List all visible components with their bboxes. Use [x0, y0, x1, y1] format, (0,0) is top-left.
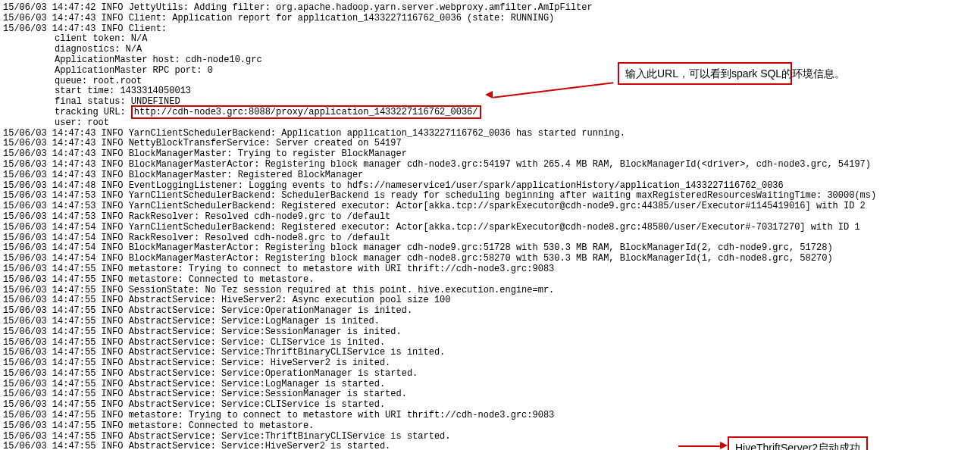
log-line: 15/06/03 14:47:55 INFO SessionState: No … [3, 286, 977, 296]
log-line: 15/06/03 14:47:53 INFO RackResolver: Res… [3, 212, 977, 223]
log-line: 15/06/03 14:47:55 INFO AbstractService: … [3, 369, 977, 380]
log-line: 15/06/03 14:47:43 INFO Client: Applicati… [3, 14, 977, 24]
log-line: 15/06/03 14:47:55 INFO AbstractService: … [3, 389, 977, 400]
log-line: 15/06/03 14:47:54 INFO BlockManagerMaste… [3, 254, 977, 264]
log-line: 15/06/03 14:47:55 INFO metastore: Connec… [3, 275, 977, 286]
log-line: 15/06/03 14:47:55 INFO AbstractService: … [3, 327, 977, 338]
log-line: 15/06/03 14:47:43 INFO BlockManagerMaste… [3, 160, 977, 170]
arrow-head-url [485, 91, 493, 98]
log-line: 15/06/03 14:47:55 INFO AbstractService: … [3, 358, 977, 369]
log-text: tracking URL: [55, 107, 131, 117]
log-line: 15/06/03 14:47:42 INFO JettyUtils: Addin… [3, 3, 977, 14]
log-line: 15/06/03 14:47:55 INFO AbstractService: … [3, 317, 977, 327]
log-line: 15/06/03 14:47:55 INFO metastore: Trying… [3, 411, 977, 421]
log-line: 15/06/03 14:47:55 INFO AbstractService: … [3, 380, 977, 390]
log-line: 15/06/03 14:47:55 INFO AbstractService: … [3, 348, 977, 358]
log-line: 15/06/03 14:47:55 INFO metastore: Connec… [3, 421, 977, 432]
url-annotation-text: 输入此URL，可以看到spark SQL的环境信息。 [625, 67, 845, 80]
log-line: 15/06/03 14:47:43 INFO NettyBlockTransfe… [3, 139, 977, 149]
log-line: 15/06/03 14:47:55 INFO AbstractService: … [3, 295, 977, 306]
log-line: 15/06/03 14:47:53 INFO YarnClientSchedul… [3, 191, 977, 202]
log-line: 15/06/03 14:47:55 INFO AbstractService: … [3, 400, 977, 411]
log-line: 15/06/03 14:47:43 INFO Client: [3, 24, 977, 35]
highlighted-text: http://cdh-node3.grc:8088/proxy/applicat… [131, 105, 481, 119]
log-line: ApplicationMaster host: cdh-node10.grc [3, 55, 977, 66]
server-annotation-text: HiveThriftServer2启动成功 [735, 442, 860, 450]
arrow-head-server [720, 442, 728, 449]
log-line: diagnostics: N/A [3, 45, 977, 55]
log-line: 15/06/03 14:47:55 INFO metastore: Trying… [3, 264, 977, 275]
log-line: 15/06/03 14:47:55 INFO AbstractService: … [3, 306, 977, 317]
log-line: 15/06/03 14:47:43 INFO YarnClientSchedul… [3, 129, 977, 139]
log-line: 15/06/03 14:47:53 INFO YarnClientSchedul… [3, 202, 977, 212]
server-annotation: HiveThriftServer2启动成功 [728, 436, 868, 450]
log-line: 15/06/03 14:47:54 INFO RackResolver: Res… [3, 233, 977, 244]
url-annotation: 输入此URL，可以看到spark SQL的环境信息。 [618, 62, 792, 85]
log-line: 15/06/03 14:47:54 INFO BlockManagerMaste… [3, 243, 977, 254]
log-line: 15/06/03 14:47:43 INFO BlockManagerMaste… [3, 149, 977, 160]
log-line: 15/06/03 14:47:55 INFO AbstractService: … [3, 338, 977, 348]
log-line: 15/06/03 14:47:48 INFO EventLoggingListe… [3, 181, 977, 192]
log-line: 15/06/03 14:47:54 INFO YarnClientSchedul… [3, 223, 977, 233]
log-line: 15/06/03 14:47:43 INFO BlockManagerMaste… [3, 170, 977, 181]
log-line: user: root [3, 118, 977, 129]
log-line: client token: N/A [3, 34, 977, 45]
log-line: tracking URL: http://cdh-node3.grc:8088/… [3, 108, 977, 118]
arrow-to-server [678, 445, 724, 447]
